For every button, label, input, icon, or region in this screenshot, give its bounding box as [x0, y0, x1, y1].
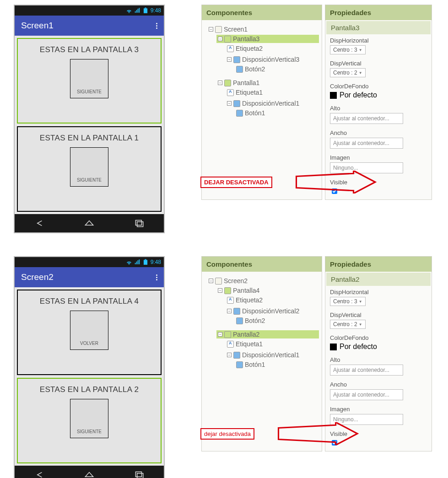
- collapse-icon[interactable]: −: [227, 57, 232, 62]
- prop-height-input[interactable]: Ajustar al contenedor...: [330, 113, 403, 124]
- chevron-down-icon: ▼: [359, 48, 362, 52]
- overflow-menu-icon[interactable]: [156, 23, 157, 29]
- layout-icon: [224, 287, 231, 294]
- phone-mock-screen2: 9:48 Screen2 ESTAS EN LA PANTALLA 4 VOLV…: [14, 256, 165, 478]
- designer-panels-1: Componentes − Screen1 −: [201, 5, 435, 200]
- tree-node-boton2[interactable]: Botón2: [235, 317, 319, 325]
- tree-node-pantalla4[interactable]: − Pantalla4: [216, 286, 319, 295]
- prop-bg-value[interactable]: Por defecto: [330, 343, 427, 351]
- prop-width-input[interactable]: Ajustar al contenedor...: [330, 389, 403, 400]
- chevron-down-icon: ▼: [359, 71, 362, 75]
- prop-width-label: Ancho: [330, 381, 427, 388]
- app-title-bar: Screen2: [15, 267, 164, 287]
- prop-height-label: Alto: [330, 356, 427, 363]
- recent-icon[interactable]: [133, 217, 145, 229]
- battery-icon: [142, 259, 149, 265]
- collapse-icon[interactable]: −: [227, 309, 232, 313]
- battery-icon: [142, 7, 149, 14]
- button-icon: [236, 110, 243, 117]
- tree-node-boton2[interactable]: Botón2: [235, 65, 319, 73]
- tree-node-dispv3[interactable]: −DisposiciónVertical3: [226, 55, 319, 64]
- properties-header: Propiedades: [325, 5, 432, 20]
- component-tree: − Screen2 − Pantalla4: [202, 272, 322, 402]
- tree-node-etiqueta1[interactable]: Etiqueta1: [226, 340, 319, 348]
- pantalla1-button-box: SIGUIENTE: [70, 147, 108, 187]
- prop-visible-label: Visible: [330, 430, 427, 437]
- tree-node-pantalla1[interactable]: − Pantalla1: [216, 79, 319, 87]
- prop-disph-label: DispHorizontal: [330, 289, 427, 295]
- prop-image-input[interactable]: Ninguno...: [330, 414, 403, 425]
- button-icon: [236, 66, 243, 73]
- prop-bg-value[interactable]: Por defecto: [330, 91, 427, 99]
- prop-width-input[interactable]: Ajustar al contenedor...: [330, 138, 403, 149]
- tree-node-pantalla3[interactable]: − Pantalla3: [216, 35, 319, 43]
- signal-icon: [134, 259, 140, 265]
- collapse-icon[interactable]: −: [227, 101, 232, 106]
- siguiente-button[interactable]: SIGUIENTE: [77, 177, 102, 183]
- label-icon: [227, 45, 234, 52]
- components-header: Componentes: [202, 5, 322, 20]
- tree-node-etiqueta1[interactable]: Etiqueta1: [226, 88, 319, 97]
- prop-disph-select[interactable]: Centro : 3▼: [330, 45, 366, 54]
- prop-dispv-select[interactable]: Centro : 2▼: [330, 68, 366, 77]
- prop-visible-checkbox[interactable]: [332, 188, 337, 194]
- volver-button[interactable]: VOLVER: [80, 341, 98, 346]
- pantalla2-label: ESTAS EN LA PANTALLA 2: [40, 385, 139, 394]
- collapse-icon[interactable]: −: [218, 37, 222, 41]
- screen-title: Screen1: [21, 21, 54, 31]
- button-icon: [236, 361, 243, 368]
- properties-panel: Propiedades Pantalla3 DispHorizontal Cen…: [325, 5, 432, 200]
- collapse-icon[interactable]: −: [227, 353, 232, 357]
- prop-visible-checkbox[interactable]: [332, 440, 337, 446]
- pantalla1-layout: ESTAS EN LA PANTALLA 1 SIGUIENTE: [17, 126, 162, 212]
- prop-height-label: Alto: [330, 105, 427, 112]
- chevron-down-icon: ▼: [359, 322, 362, 327]
- signal-icon: [134, 7, 140, 14]
- tree-node-boton1[interactable]: Botón1: [235, 109, 319, 117]
- tree-node-etiqueta2[interactable]: Etiqueta2: [226, 296, 319, 304]
- pantalla4-button-box: VOLVER: [70, 311, 108, 350]
- overflow-menu-icon[interactable]: [156, 274, 157, 280]
- back-icon[interactable]: [33, 217, 45, 229]
- collapse-icon[interactable]: −: [218, 288, 222, 293]
- home-icon[interactable]: [83, 217, 95, 229]
- svg-rect-0: [144, 8, 147, 13]
- tree-node-etiqueta2[interactable]: Etiqueta2: [226, 44, 319, 53]
- status-bar: 9:48: [15, 257, 164, 267]
- recent-icon[interactable]: [133, 469, 145, 478]
- color-swatch: [330, 344, 337, 350]
- svg-rect-8: [137, 473, 143, 478]
- prop-bg-label: ColorDeFondo: [330, 83, 427, 90]
- tree-node-boton1[interactable]: Botón1: [235, 360, 319, 369]
- back-icon[interactable]: [33, 469, 45, 478]
- tree-node-screen1[interactable]: − Screen1: [207, 25, 319, 33]
- prop-disph-select[interactable]: Centro : 3▼: [330, 297, 366, 306]
- tree-node-screen2[interactable]: − Screen2: [207, 277, 319, 285]
- tree-node-pantalla2[interactable]: − Pantalla2: [216, 330, 319, 338]
- prop-image-input[interactable]: Ninguno...: [330, 162, 403, 173]
- phone-content: ESTAS EN LA PANTALLA 4 VOLVER ESTAS EN L…: [15, 287, 164, 466]
- layout-icon: [224, 80, 231, 86]
- vbox-icon: [233, 56, 240, 63]
- home-icon[interactable]: [83, 469, 95, 478]
- label-icon: [227, 89, 234, 96]
- components-panel: Componentes − Screen1 −: [201, 5, 322, 200]
- siguiente-button[interactable]: SIGUIENTE: [77, 89, 102, 94]
- collapse-icon[interactable]: −: [218, 332, 222, 337]
- screen-icon: [215, 26, 222, 33]
- tree-node-dispv2[interactable]: −DisposiciónVertical2: [226, 307, 319, 315]
- tree-node-dispv1[interactable]: −DisposiciónVertical1: [226, 99, 319, 107]
- prop-height-input[interactable]: Ajustar al contenedor...: [330, 365, 403, 376]
- prop-dispv-select[interactable]: Centro : 2▼: [330, 320, 366, 329]
- status-time: 9:48: [151, 7, 161, 14]
- collapse-icon[interactable]: −: [209, 27, 213, 32]
- prop-dispv-label: DispVertical: [330, 312, 427, 318]
- selected-component-name: Pantalla2: [326, 273, 431, 286]
- collapse-icon[interactable]: −: [209, 279, 213, 283]
- wifi-icon: [126, 259, 132, 265]
- svg-rect-7: [135, 472, 141, 477]
- tree-node-dispv1[interactable]: −DisposiciónVertical1: [226, 351, 319, 359]
- wifi-icon: [126, 7, 132, 14]
- collapse-icon[interactable]: −: [218, 81, 222, 85]
- siguiente-button[interactable]: SIGUIENTE: [77, 429, 102, 434]
